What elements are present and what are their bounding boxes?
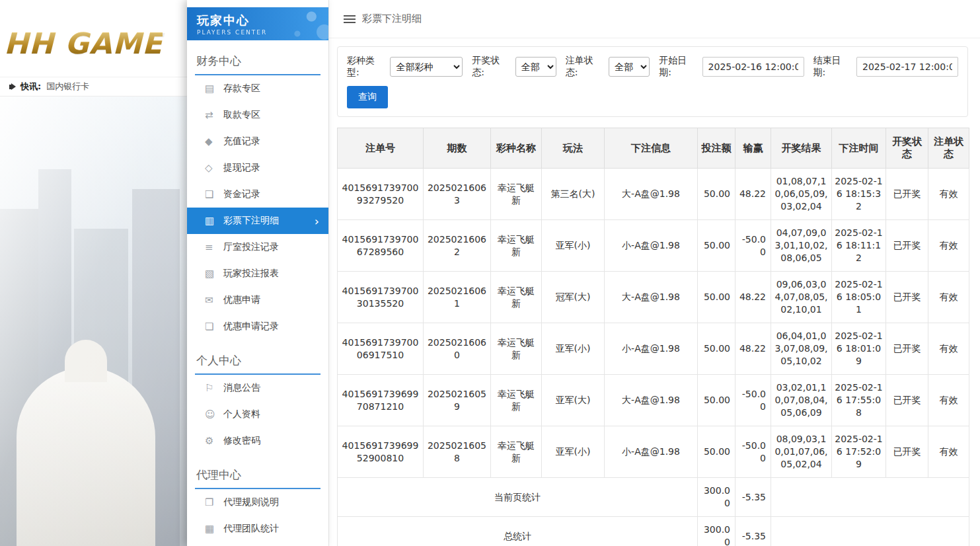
summary-bet-total: 300.00 bbox=[698, 517, 735, 546]
main-panel: 彩票下注明细 彩种类型: 全部彩种 开奖状态: 全部 注单状态: 全部 bbox=[328, 0, 980, 546]
sidebar-item-funds-records[interactable]: ❑资金记录 bbox=[187, 181, 328, 208]
summary-empty bbox=[771, 478, 969, 517]
table-cell: 401569173970006917510 bbox=[338, 323, 424, 375]
page-title: 彩票下注明细 bbox=[362, 13, 422, 25]
deposit-icon: ▤ bbox=[205, 83, 223, 95]
table-cell: 幸运飞艇新 bbox=[491, 220, 542, 272]
sidebar-item-change-password[interactable]: ⚙修改密码 bbox=[187, 428, 328, 454]
table-cell: 亚军(小) bbox=[542, 323, 605, 375]
bet-status-select[interactable]: 全部 bbox=[609, 57, 650, 77]
table-cell: 50.00 bbox=[698, 323, 735, 375]
table-row: 40156917396995290081020250216058幸运飞艇新亚军(… bbox=[338, 426, 969, 478]
sidebar-item-label: 厅室投注记录 bbox=[223, 241, 279, 253]
column-header: 玩法 bbox=[542, 128, 605, 169]
sidebar-item-label: 玩家投注报表 bbox=[223, 268, 279, 280]
sidebar-item-lottery-bet-details[interactable]: ▥彩票下注明细› bbox=[187, 208, 328, 234]
column-header: 下注信息 bbox=[605, 128, 698, 169]
sidebar-item-label: 代理规则说明 bbox=[223, 496, 279, 508]
table-cell: 08,09,03,10,01,07,06,05,02,04 bbox=[771, 426, 832, 478]
players-center-title: 玩家中心 bbox=[197, 13, 328, 28]
sidebar-item-recharge-records[interactable]: ◆充值记录 bbox=[187, 128, 328, 155]
lottery-type-select[interactable]: 全部彩种 bbox=[390, 57, 463, 77]
start-date-input[interactable] bbox=[702, 57, 804, 77]
table-cell: 大-A盘@1.98 bbox=[605, 169, 698, 220]
announcements-icon: ⚐ bbox=[205, 382, 223, 394]
table-cell: 有效 bbox=[928, 272, 969, 323]
table-cell: 幸运飞艇新 bbox=[491, 169, 542, 220]
site-background: HH GAME 快讯: 国内银行卡 bbox=[0, 0, 187, 546]
sidebar-item-label: 彩票下注明细 bbox=[223, 215, 279, 227]
sidebar-item-label: 消息公告 bbox=[223, 382, 260, 394]
table-cell: 冠军(大) bbox=[542, 272, 605, 323]
sidebar-item-agent-rules[interactable]: ❒代理规则说明 bbox=[187, 489, 328, 516]
sidebar-item-label: 修改密码 bbox=[223, 435, 260, 447]
ticker-text: 国内银行卡 bbox=[46, 81, 89, 93]
draw-status-select[interactable]: 全部 bbox=[515, 57, 556, 77]
speaker-icon bbox=[9, 83, 16, 90]
column-header: 输赢 bbox=[735, 128, 771, 169]
table-cell: 401569173970030135520 bbox=[338, 272, 424, 323]
news-ticker: 快讯: 国内银行卡 bbox=[0, 77, 187, 97]
table-cell: 已开奖 bbox=[886, 323, 928, 375]
table-cell: 有效 bbox=[928, 169, 969, 220]
summary-bet-total: 300.00 bbox=[698, 478, 735, 517]
menu-toggle-icon[interactable] bbox=[344, 15, 356, 23]
summary-label: 总统计 bbox=[338, 517, 698, 546]
sidebar-item-profile[interactable]: ☺个人资料 bbox=[187, 401, 328, 428]
table-cell: 已开奖 bbox=[886, 375, 928, 426]
end-date-input[interactable] bbox=[856, 57, 958, 77]
sidebar-item-label: 个人资料 bbox=[223, 409, 260, 420]
draw-status-label: 开奖状态: bbox=[472, 55, 511, 79]
table-cell: 已开奖 bbox=[886, 426, 928, 478]
table-cell: 小-A盘@1.98 bbox=[605, 323, 698, 375]
sidebar-item-promo-apply-records[interactable]: ❏优惠申请记录 bbox=[187, 313, 328, 340]
table-cell: 2025-02-16 18:01:09 bbox=[832, 323, 886, 375]
sidebar-item-label: 提现记录 bbox=[223, 162, 260, 174]
start-date-label: 开始日期: bbox=[659, 55, 698, 79]
table-cell: 20250216061 bbox=[424, 272, 491, 323]
table-cell: 09,06,03,04,07,08,05,02,10,01 bbox=[771, 272, 832, 323]
end-date-label: 结束日期: bbox=[813, 55, 852, 79]
table-cell: 2025-02-16 18:15:32 bbox=[832, 169, 886, 220]
table-row: 40156917397003013552020250216061幸运飞艇新冠军(… bbox=[338, 272, 969, 323]
sidebar-item-agent-team-stats[interactable]: ▦代理团队统计 bbox=[187, 516, 328, 542]
player-bet-report-icon: ▧ bbox=[205, 268, 223, 280]
sidebar-item-hall-bet-records[interactable]: ≡厅室投注记录 bbox=[187, 234, 328, 260]
sidebar-item-announcements[interactable]: ⚐消息公告 bbox=[187, 375, 328, 401]
query-button[interactable]: 查询 bbox=[347, 86, 388, 108]
bets-table: 注单号期数彩种名称玩法下注信息投注额输赢开奖结果下注时间开奖状态注单状态 401… bbox=[337, 128, 969, 546]
agent-rules-icon: ❒ bbox=[205, 496, 223, 508]
sidebar-item-promo-apply[interactable]: ✉优惠申请 bbox=[187, 287, 328, 313]
table-cell: 幸运飞艇新 bbox=[491, 426, 542, 478]
summary-win-total: -5.35 bbox=[735, 478, 771, 517]
sidebar-item-label: 代理团队统计 bbox=[223, 523, 279, 535]
table-cell: 48.22 bbox=[735, 323, 771, 375]
table-cell: 有效 bbox=[928, 323, 969, 375]
sidebar-item-withdraw[interactable]: ⇄取款专区 bbox=[187, 102, 328, 128]
column-header: 注单号 bbox=[338, 128, 424, 169]
sidebar-item-player-bet-report[interactable]: ▧玩家投注报表 bbox=[187, 260, 328, 287]
table-cell: 有效 bbox=[928, 375, 969, 426]
column-header: 开奖状态 bbox=[886, 128, 928, 169]
sidebar-item-deposit[interactable]: ▤存款专区 bbox=[187, 75, 328, 102]
lottery-type-label: 彩种类型: bbox=[347, 55, 386, 79]
content-area: 彩种类型: 全部彩种 开奖状态: 全部 注单状态: 全部 开始日期: 结束日期: bbox=[329, 38, 980, 546]
sidebar-item-cashout-records[interactable]: ◇提现记录 bbox=[187, 155, 328, 181]
table-cell: 已开奖 bbox=[886, 220, 928, 272]
sidebar-section-title: 财务中心 bbox=[195, 51, 320, 75]
withdraw-icon: ⇄ bbox=[205, 109, 223, 121]
table-cell: 2025-02-16 17:55:08 bbox=[832, 375, 886, 426]
sidebar-item-label: 资金记录 bbox=[223, 188, 260, 200]
table-cell: 第三名(大) bbox=[542, 169, 605, 220]
table-cell: -50.00 bbox=[735, 375, 771, 426]
table-cell: 50.00 bbox=[698, 375, 735, 426]
profile-icon: ☺ bbox=[205, 409, 223, 420]
table-cell: 50.00 bbox=[698, 220, 735, 272]
table-cell: 大-A盘@1.98 bbox=[605, 375, 698, 426]
sidebar-item-label: 取款专区 bbox=[223, 109, 260, 121]
table-cell: 幸运飞艇新 bbox=[491, 375, 542, 426]
recharge-records-icon: ◆ bbox=[205, 136, 223, 147]
cashout-records-icon: ◇ bbox=[205, 162, 223, 174]
table-row: 40156917396997087121020250216059幸运飞艇新亚军(… bbox=[338, 375, 969, 426]
table-cell: 20250216058 bbox=[424, 426, 491, 478]
